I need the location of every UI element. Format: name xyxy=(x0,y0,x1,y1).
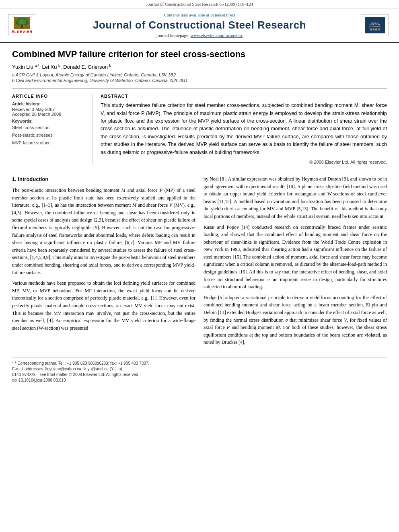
interaction-word: interaction xyxy=(45,187,66,193)
corresponding-author-note: * * Corresponding author. Tel.: +1 905 8… xyxy=(12,361,387,366)
affiliation-b: b Civil and Environmental Engineering, U… xyxy=(12,78,387,83)
article-title: Combined MVP failure criterion for steel… xyxy=(12,49,387,60)
accepted-date: Accepted 26 March 2008 xyxy=(12,112,86,117)
body-col-right: by Neal [8]. A similar expression was ob… xyxy=(204,175,387,349)
journal-logo-inner: JOURNAL OF CONSTRUCTIONAL STEEL RESEARCH xyxy=(365,17,385,33)
col1-para-1: The post-elastic interaction between ben… xyxy=(12,187,195,276)
journal-title-area: Contents lists available at ScienceDirec… xyxy=(40,12,359,38)
col2-para-1: by Neal [8]. A similar expression was ob… xyxy=(204,175,387,220)
journal-title: Journal of Constructional Steel Research xyxy=(40,19,359,31)
homepage-prefix: journal homepage: xyxy=(156,33,189,38)
sciencedirect-link[interactable]: Contents lists available at ScienceDirec… xyxy=(40,12,359,17)
issn-line: 0143-974X/$ – see front matter © 2008 El… xyxy=(12,372,387,377)
journal-homepage: journal homepage: www.elsevier.com/locat… xyxy=(40,33,359,38)
elsevier-logo: ELSEVIER xyxy=(8,14,36,36)
article-meta-row: ARTICLE INFO Article history: Received 3… xyxy=(12,88,387,164)
keywords-label: Keywords: xyxy=(12,119,86,123)
article-footer: * * Corresponding author. Tel.: +1 905 8… xyxy=(12,357,387,382)
authors-line: Yuxin Liu a,*, Lei Xu b, Donald E. Grier… xyxy=(12,64,387,70)
svg-rect-4 xyxy=(21,24,23,28)
svg-rect-14 xyxy=(378,29,380,30)
keywords-list: Steel cross-section Post-elastic stresse… xyxy=(12,124,86,146)
abstract-title: ABSTRACT xyxy=(101,94,387,99)
elsevier-tree-icon xyxy=(14,17,30,29)
journal-logo-area: JOURNAL OF CONSTRUCTIONAL STEEL RESEARCH xyxy=(359,14,391,36)
col1-para-2: Various methods have been proposed to ob… xyxy=(12,279,195,332)
footnote-star: * xyxy=(12,361,14,366)
section-1-heading: 1. Introduction xyxy=(12,175,195,183)
contents-available-text: Contents lists available at xyxy=(164,12,209,17)
svg-text:STEEL RESEARCH: STEEL RESEARCH xyxy=(369,25,381,27)
elsevier-logo-area: ELSEVIER xyxy=(8,14,40,36)
body-columns: 1. Introduction The post-elastic interac… xyxy=(12,175,387,349)
body-col-left: 1. Introduction The post-elastic interac… xyxy=(12,175,195,349)
sciencedirect-anchor[interactable]: ScienceDirect xyxy=(210,12,235,17)
svg-rect-12 xyxy=(373,29,375,30)
svg-point-5 xyxy=(18,19,26,25)
affiliations: a ACR Civil & Layout, Atomic Energy of C… xyxy=(12,72,387,83)
journal-header: ELSEVIER Contents lists available at Sci… xyxy=(0,8,399,43)
journal-reference: Journal of Constructional Steel Research… xyxy=(146,2,253,6)
keyword-1: Steel cross-section xyxy=(12,124,86,131)
article-info: ARTICLE INFO Article history: Received 3… xyxy=(12,94,93,164)
history-label: Article history: xyxy=(12,102,86,106)
journal-reference-bar: Journal of Constructional Steel Research… xyxy=(0,0,399,8)
journal-logo-svg: JOURNAL OF CONSTRUCTIONAL STEEL RESEARCH xyxy=(367,19,383,31)
doi-line: doi:10.1016/j.jcsr.2008.03.019 xyxy=(12,378,387,382)
col2-para-3: Hodge [5] adopted a variational principl… xyxy=(204,294,387,346)
keyword-3: MVP failure surface xyxy=(12,140,86,147)
article-info-title: ARTICLE INFO xyxy=(12,94,86,99)
email-note: E-mail addresses: liuyuxinc@yahoo.ca, li… xyxy=(12,367,387,371)
journal-logo-box: JOURNAL OF CONSTRUCTIONAL STEEL RESEARCH xyxy=(361,14,389,36)
article-content: Combined MVP failure criterion for steel… xyxy=(0,43,399,390)
svg-rect-13 xyxy=(375,29,377,30)
keyword-2: Post-elastic stresses xyxy=(12,132,86,139)
homepage-url[interactable]: www.elsevier.com/locate/jcsr xyxy=(191,33,243,38)
abstract-text: This study determines failure criterion … xyxy=(101,102,387,156)
elsevier-text: ELSEVIER xyxy=(12,30,33,34)
article-page: Journal of Constructional Steel Research… xyxy=(0,0,399,532)
body-divider xyxy=(12,171,387,171)
authors-text: Yuxin Liu a,*, Lei Xu b, Donald E. Grier… xyxy=(12,64,111,70)
abstract-section: ABSTRACT This study determines failure c… xyxy=(101,94,387,164)
copyright-line: © 2008 Elsevier Ltd. All rights reserved… xyxy=(101,160,387,164)
corresponding-text: * Corresponding author. Tel.: +1 905 823… xyxy=(15,361,150,366)
col2-para-2: Kasai and Popov [14] conducted research … xyxy=(204,224,387,291)
svg-rect-11 xyxy=(370,29,372,30)
affiliation-a: a ACR Civil & Layout, Atomic Energy of C… xyxy=(12,72,387,77)
received-date: Received 3 May 2007 xyxy=(12,107,86,112)
